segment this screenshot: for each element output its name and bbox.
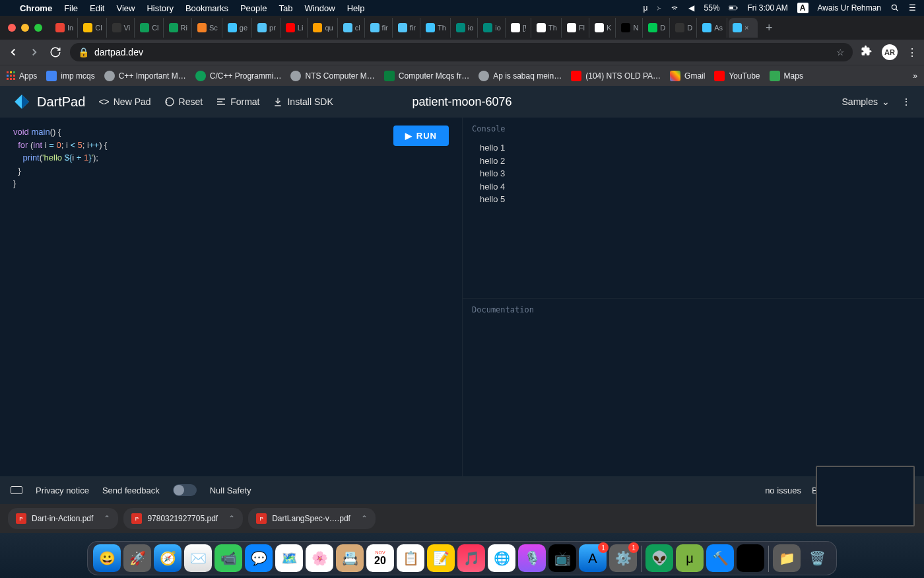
bookmark-item[interactable]: C/C++ Programmi… bbox=[195, 71, 282, 81]
username[interactable]: Awais Ur Rehman bbox=[818, 3, 881, 13]
messages-icon[interactable]: 💬 bbox=[245, 544, 273, 572]
close-window-button[interactable] bbox=[8, 24, 16, 32]
browser-tab-active[interactable]: × bbox=[729, 18, 758, 38]
issues-status[interactable]: no issues bbox=[765, 486, 801, 495]
bluetooth-icon[interactable]: ᚛ bbox=[657, 3, 661, 13]
browser-tab[interactable]: io bbox=[452, 18, 478, 38]
battery-icon[interactable] bbox=[729, 3, 738, 13]
bookmark-item[interactable]: Gmail bbox=[670, 71, 705, 81]
address-bar[interactable]: 🔒 dartpad.dev ☆ bbox=[70, 43, 853, 61]
download-item[interactable]: P9780321927705.pdf⌃ bbox=[123, 508, 243, 529]
browser-tab[interactable]: io bbox=[479, 18, 506, 38]
podcasts-icon[interactable]: 🎙️ bbox=[518, 544, 546, 572]
format-button[interactable]: Format bbox=[216, 96, 259, 107]
maximize-window-button[interactable] bbox=[34, 24, 42, 32]
browser-tab[interactable]: Li bbox=[282, 18, 308, 38]
menu-window[interactable]: Window bbox=[304, 3, 335, 13]
dartpad-logo[interactable]: DartPad bbox=[13, 93, 85, 110]
browser-tab[interactable]: As bbox=[698, 18, 727, 38]
menu-edit[interactable]: Edit bbox=[90, 3, 104, 13]
reminders-icon[interactable]: 📋 bbox=[397, 544, 424, 572]
bookmark-item[interactable]: Ap is sabaq mein… bbox=[478, 71, 562, 81]
browser-tab[interactable]: Cl bbox=[136, 18, 163, 38]
browser-tab[interactable]: K bbox=[591, 18, 616, 38]
null-safety-toggle[interactable] bbox=[173, 484, 197, 496]
chevron-up-icon[interactable]: ⌃ bbox=[104, 514, 110, 523]
keyboard-icon[interactable] bbox=[11, 486, 22, 494]
facetime-icon[interactable]: 📹 bbox=[214, 544, 242, 572]
feedback-link[interactable]: Send feedback bbox=[102, 486, 160, 495]
browser-tab[interactable]: qu bbox=[309, 18, 337, 38]
chrome-icon[interactable]: 🌐 bbox=[488, 544, 515, 572]
reload-button[interactable] bbox=[49, 46, 62, 58]
maps-icon[interactable]: 🗺️ bbox=[275, 544, 303, 572]
terminal-icon[interactable]: ›_ bbox=[737, 544, 764, 572]
install-sdk-button[interactable]: Install SDK bbox=[273, 96, 333, 107]
minimize-window-button[interactable] bbox=[21, 24, 29, 32]
browser-tab[interactable]: N bbox=[617, 18, 643, 38]
screen-preview-thumbnail[interactable] bbox=[816, 466, 915, 526]
browser-tab[interactable]: Sc bbox=[193, 18, 222, 38]
bookmark-item[interactable]: C++ Important M… bbox=[104, 71, 186, 81]
notes-icon[interactable]: 📝 bbox=[427, 544, 455, 572]
dartpad-menu-icon[interactable]: ⋮ bbox=[902, 96, 911, 107]
menu-bookmarks[interactable]: Bookmarks bbox=[185, 3, 228, 13]
run-button[interactable]: ▶RUN bbox=[393, 126, 449, 146]
launchpad-icon[interactable]: 🚀 bbox=[123, 544, 151, 572]
browser-tab[interactable]: cl bbox=[339, 18, 365, 38]
bookmark-item[interactable]: Maps bbox=[770, 71, 803, 81]
xcode-icon[interactable]: 🔨 bbox=[706, 544, 734, 572]
appletv-icon[interactable]: 📺 bbox=[548, 544, 576, 572]
pad-title[interactable]: patient-moon-6076 bbox=[412, 95, 512, 109]
bookmarks-overflow-icon[interactable]: » bbox=[913, 71, 917, 81]
browser-tab[interactable]: Fl bbox=[563, 18, 589, 38]
menu-view[interactable]: View bbox=[116, 3, 135, 13]
downloads-folder-icon[interactable]: 📁 bbox=[773, 544, 801, 572]
code-editor[interactable]: ▶RUN void main() { for (int i = 0; i < 5… bbox=[0, 118, 462, 476]
extensions-icon[interactable] bbox=[861, 45, 873, 59]
menu-history[interactable]: History bbox=[147, 3, 173, 13]
chevron-up-icon[interactable]: ⌃ bbox=[228, 514, 235, 523]
bookmark-item[interactable]: Computer Mcqs fr… bbox=[384, 71, 469, 81]
browser-tab[interactable]: pr bbox=[253, 18, 280, 38]
browser-tab[interactable]: fir bbox=[394, 18, 420, 38]
browser-tab[interactable]: ge bbox=[224, 18, 252, 38]
privacy-link[interactable]: Privacy notice bbox=[36, 486, 89, 495]
browser-tab[interactable]: [! bbox=[507, 18, 531, 38]
browser-tab[interactable]: Th bbox=[533, 18, 562, 38]
mail-icon[interactable]: ✉️ bbox=[184, 544, 212, 572]
close-tab-icon[interactable]: × bbox=[744, 24, 754, 32]
utorrent-app-icon[interactable]: μ bbox=[676, 544, 704, 572]
reset-button[interactable]: Reset bbox=[164, 96, 203, 107]
photos-icon[interactable]: 🌸 bbox=[306, 544, 333, 572]
apps-shortcut[interactable]: Apps bbox=[7, 71, 37, 81]
finder-icon[interactable]: 😀 bbox=[93, 544, 121, 572]
settings-icon[interactable]: ⚙️1 bbox=[609, 544, 637, 572]
menu-help[interactable]: Help bbox=[347, 3, 365, 13]
volume-icon[interactable]: ◀ bbox=[688, 3, 694, 13]
download-item[interactable]: PDart-in-Action.pdf⌃ bbox=[8, 508, 118, 529]
utorrent-icon[interactable]: μ bbox=[644, 3, 648, 13]
trash-icon[interactable]: 🗑️ bbox=[803, 544, 831, 572]
appstore-icon[interactable]: A1 bbox=[579, 544, 607, 572]
browser-tab[interactable]: D bbox=[644, 18, 670, 38]
star-icon[interactable]: ☆ bbox=[836, 47, 845, 57]
back-button[interactable] bbox=[7, 46, 20, 58]
input-source-icon[interactable]: A bbox=[797, 3, 808, 13]
app-name[interactable]: Chrome bbox=[20, 3, 52, 13]
bookmark-item[interactable]: NTS Computer M… bbox=[290, 71, 374, 81]
menu-tab[interactable]: Tab bbox=[279, 3, 292, 13]
profile-avatar[interactable]: AR bbox=[882, 44, 898, 60]
browser-tab[interactable]: In bbox=[51, 18, 78, 38]
download-item[interactable]: PDartLangSpec-v….pdf⌃ bbox=[248, 508, 376, 529]
chevron-up-icon[interactable]: ⌃ bbox=[361, 514, 368, 523]
bookmark-item[interactable]: (104) NTS OLD PA… bbox=[571, 71, 661, 81]
new-tab-button[interactable]: + bbox=[759, 21, 779, 35]
music-icon[interactable]: 🎵 bbox=[457, 544, 485, 572]
chrome-menu-icon[interactable]: ⋮ bbox=[907, 46, 917, 59]
spotlight-icon[interactable] bbox=[890, 3, 900, 13]
browser-tab[interactable]: D bbox=[671, 18, 697, 38]
browser-tab[interactable]: Th bbox=[422, 18, 451, 38]
bookmark-item[interactable]: YouTube bbox=[714, 71, 760, 81]
wifi-icon[interactable] bbox=[670, 3, 679, 13]
